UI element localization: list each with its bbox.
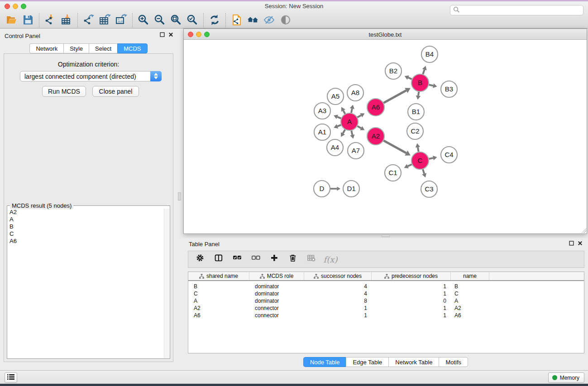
table-options-button[interactable]	[195, 253, 206, 265]
export-table-button[interactable]	[97, 13, 113, 28]
node-B3[interactable]: B3	[441, 81, 457, 97]
node-C1[interactable]: C1	[385, 165, 401, 181]
edge-A2-C[interactable]	[384, 141, 406, 153]
column-header-predecessor-nodes[interactable]: predecessor nodes	[372, 272, 451, 280]
memory-button[interactable]: Memory	[548, 372, 584, 383]
node-C3[interactable]: C3	[421, 181, 437, 197]
edge-B-B4[interactable]	[423, 70, 424, 74]
delete-column-button[interactable]	[287, 253, 299, 265]
node-A2[interactable]: A2	[367, 128, 384, 145]
tab-node-table[interactable]: Node Table	[303, 357, 346, 367]
tab-motifs[interactable]: Motifs	[439, 357, 468, 367]
node-A3[interactable]: A3	[314, 103, 330, 119]
table-row-A2[interactable]: A2connector11A2	[188, 305, 584, 312]
zoom-in-button[interactable]	[136, 13, 151, 28]
run-mcds-button[interactable]: Run MCDS	[42, 86, 86, 97]
zoom-out-button[interactable]	[152, 13, 167, 28]
mcds-result-item[interactable]: A2	[8, 209, 164, 216]
tab-select[interactable]: Select	[89, 43, 117, 53]
search-input[interactable]	[459, 5, 583, 15]
edge-C-C4[interactable]	[429, 158, 433, 159]
open-session-button[interactable]	[4, 13, 19, 28]
node-A8[interactable]: A8	[347, 85, 363, 101]
tab-style[interactable]: Style	[63, 43, 89, 53]
save-session-button[interactable]	[20, 13, 36, 28]
apply-layout-button[interactable]	[207, 13, 222, 28]
float-table-panel-icon[interactable]	[569, 241, 574, 246]
horizontal-split-handle[interactable]	[382, 234, 390, 237]
edge-A-A7[interactable]	[351, 131, 352, 135]
node-C4[interactable]: C4	[441, 147, 457, 163]
network-window-titlebar[interactable]: testGlobe.txt	[184, 29, 587, 40]
node-A6[interactable]: A6	[367, 99, 384, 116]
column-header-successor-nodes[interactable]: successor nodes	[304, 272, 372, 280]
node-C2[interactable]: C2	[407, 123, 423, 139]
node-B2[interactable]: B2	[385, 63, 402, 79]
deselect-all-button[interactable]	[250, 253, 262, 265]
column-header-MCDS-role[interactable]: MCDS role	[249, 272, 304, 280]
edge-B-B1[interactable]	[418, 92, 419, 96]
node-A5[interactable]: A5	[327, 88, 344, 105]
edge-C-C2[interactable]	[418, 147, 419, 152]
close-panel-button[interactable]: Close panel	[92, 86, 139, 97]
float-panel-icon[interactable]	[160, 32, 165, 37]
tab-network[interactable]: Network	[29, 43, 63, 53]
edge-A-A2[interactable]	[358, 126, 361, 129]
edge-A-A1[interactable]	[337, 125, 341, 126]
task-history-button[interactable]	[5, 372, 17, 383]
result-scrollbar[interactable]	[164, 209, 169, 358]
tab-network-table[interactable]: Network Table	[388, 357, 439, 367]
mcds-result-item[interactable]: C	[8, 230, 164, 238]
table-row-C[interactable]: Cdominator41C	[188, 290, 584, 297]
mcds-result-item[interactable]: B	[8, 223, 164, 230]
edge-A-A8[interactable]	[351, 109, 352, 113]
export-image-button[interactable]	[114, 13, 129, 28]
close-table-panel-icon[interactable]	[578, 241, 583, 246]
column-header-shared-name[interactable]: shared name	[188, 272, 249, 280]
optimization-criterion-select[interactable]: largest connected component (directed)	[20, 71, 162, 81]
edge-B-B3[interactable]	[429, 85, 433, 86]
table-row-B[interactable]: Bdominator41B	[188, 283, 584, 290]
zoom-fit-button[interactable]	[168, 13, 184, 28]
search-box[interactable]	[450, 5, 583, 15]
mcds-result-item[interactable]: A6	[8, 238, 164, 245]
hide-panels-button[interactable]	[262, 13, 277, 28]
show-columns-button[interactable]	[213, 253, 225, 265]
network-canvas[interactable]: B4B2BB3A5A8A6B1A3AA1C2A2A4A7CC4C1C3DD1	[184, 40, 587, 234]
create-column-button[interactable]	[269, 253, 281, 265]
tab-mcds[interactable]: MCDS	[117, 43, 147, 53]
edge-A-A3[interactable]	[337, 117, 341, 118]
vertical-split-handle[interactable]	[178, 192, 181, 200]
edge-B-B2[interactable]	[408, 77, 412, 79]
node-C[interactable]: C	[411, 152, 429, 169]
table-row-A[interactable]: Adominator80A	[188, 297, 584, 305]
mcds-result-item[interactable]: A	[8, 216, 164, 223]
show-panels-button[interactable]	[278, 13, 293, 28]
table-row-A6[interactable]: A6connector11A6	[188, 312, 584, 319]
select-all-button[interactable]	[232, 253, 244, 265]
tab-edge-table[interactable]: Edge Table	[346, 357, 388, 367]
node-A1[interactable]: A1	[314, 124, 330, 140]
node-D[interactable]: D	[314, 181, 330, 197]
node-A4[interactable]: A4	[327, 139, 343, 156]
node-D1[interactable]: D1	[343, 181, 359, 197]
close-panel-icon[interactable]	[168, 32, 173, 37]
node-A7[interactable]: A7	[348, 143, 364, 159]
edge-A-A4[interactable]	[343, 129, 345, 133]
edge-A-A5[interactable]	[343, 110, 345, 114]
mcds-result-list[interactable]: A2ABCA6	[8, 209, 164, 358]
node-B1[interactable]: B1	[408, 104, 424, 120]
column-header-name[interactable]: name	[451, 272, 489, 280]
new-network-button[interactable]	[229, 13, 244, 28]
node-A[interactable]: A	[341, 113, 358, 130]
export-network-button[interactable]	[81, 13, 96, 28]
zoom-selected-button[interactable]	[185, 13, 200, 28]
node-B[interactable]: B	[411, 74, 429, 91]
import-network-button[interactable]	[43, 13, 58, 28]
edge-A-A6[interactable]	[358, 115, 361, 118]
edge-C-C3[interactable]	[423, 169, 424, 174]
import-table-button[interactable]	[59, 13, 74, 28]
edge-A6-B[interactable]	[384, 91, 406, 103]
home-button[interactable]	[245, 13, 261, 28]
edge-C-C1[interactable]	[408, 164, 412, 166]
